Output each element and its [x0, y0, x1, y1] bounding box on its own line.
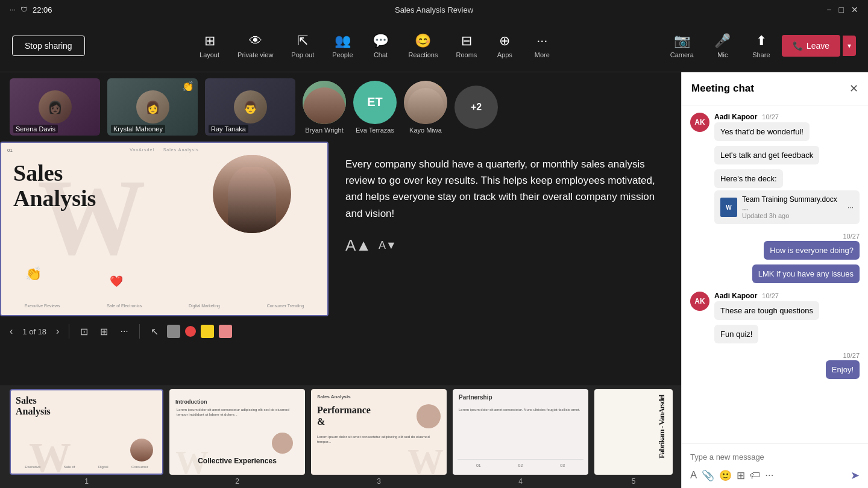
thumbnail-2[interactable]: Introduction Lorem ipsum dolor sit amet …	[169, 389, 305, 475]
slide-wrapper: W 01 VanArsdel Sales Analysis SalesAnaly…	[0, 142, 329, 386]
phone-icon: 📞	[793, 41, 803, 51]
participant-avatar-kayo: ✋	[404, 81, 447, 124]
time-display: 22:06	[33, 5, 52, 14]
aadi-msg-header-2: Aadi Kapoor 10/27	[714, 292, 860, 300]
chat-panel: Meeting chat ✕ AK Aadi Kapoor 10/27 Yes …	[681, 72, 868, 488]
leave-dropdown-button[interactable]: ▾	[843, 36, 856, 56]
title-bar-left: ··· 🛡 22:06	[10, 5, 52, 14]
thumbnail-view-button[interactable]: ⊞	[96, 324, 112, 340]
participant-name-serena: Serena Davis	[13, 125, 58, 133]
participant-eva: ET Eva Terrazas	[353, 81, 397, 134]
thumbnail-number-1: 1	[84, 477, 89, 486]
minimize-button[interactable]: −	[826, 5, 831, 14]
slide-title: SalesAnalysis	[13, 161, 327, 211]
chat-message-aadi-1: AK Aadi Kapoor 10/27 Yes that'd be wonde…	[690, 113, 860, 227]
slide-footer: Executive Reviews Sale of Electronics Di…	[1, 304, 327, 308]
sticker-button[interactable]: 🏷	[750, 469, 760, 481]
text-content: Every company should have a quarterly, o…	[329, 142, 681, 386]
mic-button[interactable]: 🎤 Mic	[705, 30, 741, 62]
mic-icon: 🎤	[714, 33, 731, 49]
people-button[interactable]: 👥 People	[324, 30, 361, 62]
camera-icon: 📷	[674, 33, 690, 49]
chat-input[interactable]	[690, 450, 860, 464]
leave-button[interactable]: 📞 Leave	[782, 35, 840, 57]
red-pen-button[interactable]	[185, 326, 196, 337]
more-options-icon[interactable]: ···	[10, 5, 16, 14]
pop-out-button[interactable]: ⇱ Pop out	[283, 30, 322, 62]
chat-button[interactable]: 💬 Chat	[363, 30, 399, 62]
share-button[interactable]: ⬆ Share	[743, 30, 779, 62]
pointer-tool-button[interactable]: ↖	[147, 324, 162, 340]
aadi-bubble-3: Here's the deck:	[714, 169, 783, 188]
rooms-icon: ⊟	[461, 33, 472, 49]
main-area: 👩🏿 Serena Davis 👩 Krystal Mahoney 👏 👨 Ra…	[0, 72, 868, 488]
emoji-button[interactable]: 🙂	[719, 469, 732, 482]
text-size-increase-button[interactable]: A▲	[345, 236, 371, 255]
slide-prev-button[interactable]: ‹	[7, 324, 15, 339]
chat-panel-title: Meeting chat	[691, 83, 754, 95]
chat-header: Meeting chat ✕	[682, 72, 868, 105]
eraser-tool-button[interactable]	[167, 325, 180, 338]
aadi-sender-1: Aadi Kapoor	[714, 113, 757, 121]
participants-row: 👩🏿 Serena Davis 👩 Krystal Mahoney 👏 👨 Ra…	[0, 72, 681, 142]
camera-label: Camera	[670, 51, 694, 58]
maximize-button[interactable]: □	[839, 5, 844, 14]
slide-counter: 1 of 18	[22, 327, 46, 336]
text-size-decrease-button[interactable]: A▼	[379, 239, 397, 252]
thumbnail-5[interactable]: Fabrikam - VanArsdel	[594, 389, 673, 475]
layout-label: Layout	[200, 51, 219, 58]
pink-marker-button[interactable]	[219, 325, 232, 338]
chat-messages[interactable]: AK Aadi Kapoor 10/27 Yes that'd be wonde…	[682, 105, 868, 443]
doc-info: Team Training Summary.docx ... Updated 3…	[742, 195, 843, 219]
thumbnail-wrapper-2: Introduction Lorem ipsum dolor sit amet …	[169, 389, 305, 486]
aadi-bubble-4: These are tough questions	[714, 301, 819, 320]
rooms-label: Rooms	[456, 51, 477, 58]
participant-more[interactable]: +2	[454, 86, 498, 129]
format-text-button[interactable]: A	[690, 469, 697, 481]
more-participants-badge[interactable]: +2	[454, 86, 498, 129]
stop-sharing-button[interactable]: Stop sharing	[12, 36, 85, 56]
apps-button[interactable]: ⊕ Apps	[486, 30, 523, 62]
private-view-button[interactable]: 👁 Private view	[229, 30, 281, 62]
aadi-msg-header-1: Aadi Kapoor 10/27	[714, 113, 860, 121]
gif-button[interactable]: ⊞	[737, 469, 745, 482]
thumbnail-3[interactable]: Sales Analysis Performance& Lorem ipsum …	[311, 389, 447, 475]
doc-more-button[interactable]: ···	[848, 203, 854, 211]
thumbnail-strip: W SalesAnalysis ExecutiveSale ofDigitalC…	[0, 386, 681, 488]
aadi-fun-quiz-bubble: Fun quiz!	[714, 325, 758, 343]
slide-emoji-heart: ❤️	[110, 275, 123, 288]
yellow-highlighter-button[interactable]	[201, 325, 214, 338]
meeting-title: Sales Analysis Review	[395, 5, 473, 14]
thumbnail-wrapper-3: Sales Analysis Performance& Lorem ipsum …	[311, 389, 447, 486]
doc-name: Team Training Summary.docx ...	[742, 195, 843, 212]
aadi-bubble-1: Yes that'd be wonderful!	[714, 122, 810, 141]
apps-label: Apps	[497, 51, 512, 58]
mic-label: Mic	[717, 51, 728, 58]
chat-input-area: A 📎 🙂 ⊞ 🏷 ··· ➤	[682, 443, 868, 488]
send-message-button[interactable]: ➤	[851, 469, 860, 482]
aadi-doc-bubble[interactable]: W Team Training Summary.docx ... Updated…	[714, 190, 860, 224]
share-icon: ⬆	[756, 33, 767, 49]
annotation-more-button[interactable]: ···	[116, 324, 131, 339]
slide-next-button[interactable]: ›	[54, 324, 61, 339]
attach-file-button[interactable]: 📎	[702, 469, 714, 482]
apps-icon: ⊕	[499, 33, 510, 49]
rooms-button[interactable]: ⊟ Rooms	[447, 30, 485, 62]
participant-avatar-eva: ET	[353, 81, 397, 124]
more-button[interactable]: ··· More	[524, 30, 560, 62]
reactions-label: Reactions	[409, 51, 438, 58]
thumbnail-1[interactable]: W SalesAnalysis ExecutiveSale ofDigitalC…	[10, 389, 163, 475]
layout-button[interactable]: ⊞ Layout	[191, 30, 228, 62]
close-button[interactable]: ✕	[851, 5, 858, 14]
chat-close-button[interactable]: ✕	[849, 82, 858, 95]
aadi-message-content-2: Aadi Kapoor 10/27 These are tough questi…	[714, 292, 860, 346]
reactions-button[interactable]: 😊 Reactions	[400, 30, 447, 62]
chat-icon: 💬	[373, 33, 389, 49]
participant-name-eva: Eva Terrazas	[356, 127, 394, 134]
thumbnail-4[interactable]: Partnership Lorem ipsum dolor sit amet c…	[453, 389, 588, 475]
participant-avatar-bryan	[303, 81, 346, 124]
more-options-chat-button[interactable]: ···	[765, 469, 773, 481]
slide-container: W 01 VanArsdel Sales Analysis SalesAnaly…	[0, 142, 329, 316]
fit-to-window-button[interactable]: ⊡	[77, 324, 92, 340]
camera-button[interactable]: 📷 Camera	[662, 30, 702, 62]
